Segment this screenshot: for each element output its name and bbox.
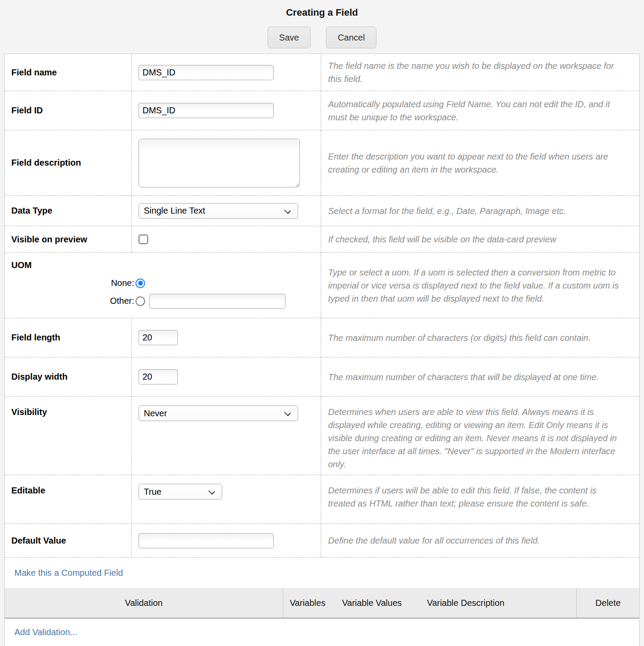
uom-other-radio[interactable] — [136, 296, 145, 306]
validation-header-variable-description: Variable Description — [427, 598, 505, 608]
validation-header-variables-group: Variables Variable Values Variable Descr… — [283, 588, 576, 618]
form-row-field-description: Field description Enter the description … — [5, 130, 639, 196]
form-row-data-type: Data Type Single Line Text Select a form… — [5, 196, 639, 226]
data-type-select[interactable]: Single Line Text — [139, 203, 298, 219]
cancel-button[interactable]: Cancel — [326, 27, 376, 48]
form-row-display-width: Display width The maximum number of char… — [5, 357, 639, 397]
data-type-selected-value: Single Line Text — [144, 206, 205, 216]
save-button[interactable]: Save — [268, 27, 311, 48]
field-length-description: The maximum number of characters (or dig… — [328, 331, 590, 344]
visibility-description: Determines when users are able to view t… — [328, 405, 619, 471]
radio-dot — [138, 281, 143, 286]
form-row-uom: UOM None: Other: Type or select a uom. I… — [5, 253, 639, 318]
visible-on-preview-description: If checked, this field will be visible o… — [328, 233, 556, 246]
display-width-description: The maximum number of characters that wi… — [328, 371, 599, 384]
uom-radio-group: None: Other: — [11, 274, 321, 310]
form-row-field-id: Field ID Automatically populated using F… — [5, 91, 639, 130]
page-title: Creating a Field — [0, 7, 644, 18]
form-row-visibility: Visibility Never Determines when users a… — [5, 397, 639, 475]
validation-header-delete: Delete — [576, 588, 639, 618]
field-id-input[interactable] — [139, 103, 274, 118]
field-description-label: Field description — [11, 158, 81, 168]
form-row-editable: Editable True Determines if users will b… — [5, 475, 639, 524]
field-length-input[interactable] — [139, 330, 178, 345]
uom-option-other: Other: — [11, 292, 321, 310]
visible-on-preview-label: Visible on preview — [11, 235, 87, 245]
uom-other-input[interactable] — [149, 294, 285, 309]
field-name-description: The field name is the name you wish to b… — [328, 59, 619, 85]
computed-field-section: Make this a Computed Field — [5, 558, 639, 588]
visible-on-preview-checkbox[interactable] — [139, 235, 148, 244]
data-type-description: Select a format for the field, e.g., Dat… — [328, 204, 566, 218]
default-value-input[interactable] — [139, 533, 274, 548]
uom-description: Type or select a uom. If a uom is select… — [328, 266, 619, 305]
validation-table-header: Validation Variables Variable Values Var… — [5, 588, 639, 619]
field-description-textarea[interactable] — [139, 139, 300, 187]
default-value-description: Define the default value for all occurre… — [328, 534, 540, 547]
editable-description: Determines if users will be able to edit… — [328, 484, 619, 510]
form-row-field-name: Field name The field name is the name yo… — [5, 54, 639, 91]
uom-other-label: Other: — [11, 296, 134, 306]
field-description-description: Enter the description you want to appear… — [328, 150, 619, 176]
validation-header-variable-values: Variable Values — [342, 598, 402, 608]
field-id-description: Automatically populated using Field Name… — [328, 98, 619, 124]
chevron-down-icon — [284, 409, 291, 416]
chevron-down-icon — [208, 488, 215, 494]
visibility-selected-value: Never — [144, 408, 167, 418]
chevron-down-icon — [284, 207, 291, 214]
data-type-label: Data Type — [11, 206, 52, 216]
form-row-default-value: Default Value Define the default value f… — [5, 524, 639, 558]
uom-label: UOM — [11, 260, 32, 270]
editable-select[interactable]: True — [139, 484, 222, 500]
display-width-input[interactable] — [139, 369, 178, 384]
uom-option-none: None: — [11, 274, 321, 292]
visibility-select[interactable]: Never — [139, 405, 298, 421]
add-validation-link[interactable]: Add Validation... — [14, 627, 77, 637]
visibility-label: Visibility — [11, 407, 47, 417]
field-name-label: Field name — [11, 68, 57, 78]
editable-selected-value: True — [144, 487, 161, 497]
editable-label: Editable — [11, 486, 45, 496]
validation-header-variables: Variables — [290, 598, 325, 608]
field-name-input[interactable] — [139, 65, 274, 80]
field-length-label: Field length — [11, 333, 60, 343]
page-header: Creating a Field Save Cancel — [0, 0, 644, 48]
field-id-label: Field ID — [11, 105, 43, 116]
validation-header-validation: Validation — [5, 588, 283, 618]
default-value-label: Default Value — [11, 536, 66, 546]
action-buttons: Save Cancel — [0, 27, 644, 48]
form-row-field-length: Field length The maximum number of chara… — [5, 318, 639, 357]
display-width-label: Display width — [11, 372, 68, 382]
add-validation-section: Add Validation... — [5, 619, 639, 646]
make-computed-field-link[interactable]: Make this a Computed Field — [14, 568, 123, 578]
form-row-visible-on-preview: Visible on preview If checked, this fiel… — [5, 226, 639, 253]
uom-none-radio[interactable] — [136, 279, 145, 288]
uom-none-label: None: — [11, 278, 134, 288]
field-form-panel: Field name The field name is the name yo… — [4, 54, 640, 646]
